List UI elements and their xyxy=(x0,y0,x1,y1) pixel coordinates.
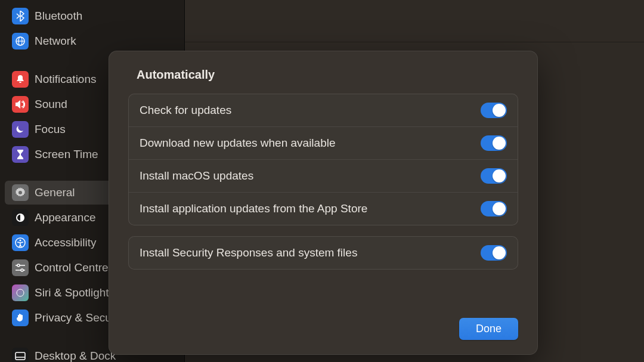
setting-label: Install Security Responses and system fi… xyxy=(140,246,357,259)
setting-label: Install macOS updates xyxy=(140,169,253,182)
svg-point-7 xyxy=(17,264,20,267)
desktop-icon xyxy=(12,348,29,362)
sidebar-item-label: Bluetooth xyxy=(35,10,82,23)
svg-point-5 xyxy=(20,240,21,242)
settings-group-1: Check for updates Download new updates w… xyxy=(128,94,518,225)
modal-title: Automatically xyxy=(137,68,518,82)
sidebar-item-bluetooth[interactable]: Bluetooth xyxy=(5,4,179,28)
sidebar-item-label: Screen Time xyxy=(35,148,98,161)
sidebar-item-label: Network xyxy=(35,35,76,48)
siri-icon xyxy=(12,284,29,301)
network-icon xyxy=(12,33,29,49)
sidebar-item-label: Sound xyxy=(35,98,67,111)
toggle-install-appstore[interactable] xyxy=(481,201,507,216)
speaker-icon xyxy=(12,96,29,113)
sidebar-item-network[interactable]: Network xyxy=(5,29,179,53)
svg-rect-11 xyxy=(16,352,25,360)
setting-row-install-macos: Install macOS updates xyxy=(129,160,518,193)
svg-point-10 xyxy=(17,289,24,296)
hourglass-icon xyxy=(12,146,29,163)
sidebar-item-label: Control Centre xyxy=(35,261,109,274)
bell-icon xyxy=(12,71,29,88)
sliders-icon xyxy=(12,259,29,276)
toggle-install-macos[interactable] xyxy=(481,168,507,184)
sidebar-item-label: Appearance xyxy=(35,211,95,224)
setting-row-download-updates: Download new updates when available xyxy=(129,127,518,160)
toggle-security-responses[interactable] xyxy=(481,245,507,261)
settings-group-2: Install Security Responses and system fi… xyxy=(128,236,518,270)
sidebar-item-label: Focus xyxy=(35,123,66,136)
setting-label: Check for updates xyxy=(140,104,231,117)
appearance-icon xyxy=(12,209,29,226)
setting-row-install-appstore: Install application updates from the App… xyxy=(129,193,518,225)
svg-point-9 xyxy=(21,269,23,271)
setting-row-security-responses: Install Security Responses and system fi… xyxy=(129,237,518,269)
bluetooth-icon xyxy=(12,8,29,24)
accessibility-icon xyxy=(12,234,29,251)
done-button[interactable]: Done xyxy=(459,318,518,340)
sidebar-item-label: Siri & Spotlight xyxy=(35,286,109,299)
automatic-updates-modal: Automatically Check for updates Download… xyxy=(109,51,538,355)
toggle-download-updates[interactable] xyxy=(481,135,507,151)
setting-row-check-updates: Check for updates xyxy=(129,94,518,127)
toggle-check-updates[interactable] xyxy=(481,103,507,118)
sidebar-item-label: General xyxy=(35,186,75,199)
setting-label: Install application updates from the App… xyxy=(140,202,367,215)
modal-footer: Done xyxy=(459,318,518,340)
setting-label: Download new updates when available xyxy=(140,137,336,150)
sidebar-item-label: Accessibility xyxy=(35,236,96,249)
hand-icon xyxy=(12,310,29,326)
sidebar-item-label: Desktop & Dock xyxy=(35,349,116,362)
moon-icon xyxy=(12,121,29,138)
sidebar-item-label: Notifications xyxy=(35,73,97,86)
gear-icon xyxy=(12,184,29,201)
